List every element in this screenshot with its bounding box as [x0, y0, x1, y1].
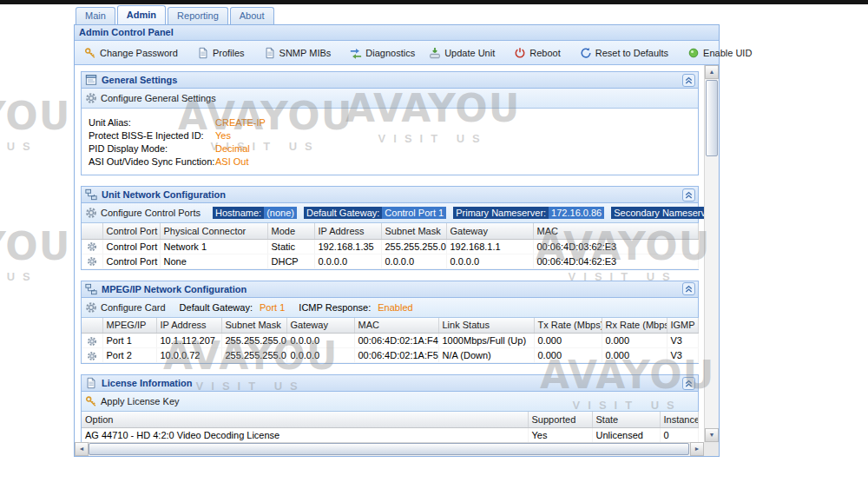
primary-nameserver-value: 172.16.0.86 [549, 207, 604, 219]
cell: 00:06:4D:02:1A:F5 [354, 348, 438, 363]
row-actions-column-header[interactable] [82, 223, 102, 239]
profiles-button[interactable]: Profiles [192, 44, 250, 62]
table-row[interactable]: Control Port 1 Network 1 Static 192.168.… [82, 239, 698, 254]
column-header[interactable]: MPEG/IP [102, 318, 156, 334]
reset-arrow-icon [580, 47, 592, 59]
panel-header-mpeg-network[interactable]: MPEG/IP Network Configuration [82, 281, 698, 298]
scroll-left-icon[interactable]: ◄ [75, 442, 89, 456]
table-row[interactable]: Port 1 10.1.112.207 255.255.255.0 0.0.0.… [82, 334, 698, 348]
update-unit-button[interactable]: Update Unit [424, 44, 500, 62]
configure-general-settings-button[interactable]: Configure General Settings [85, 92, 216, 104]
primary-nameserver-label: Primary Nameserver: [453, 207, 549, 219]
vertical-scrollbar-thumb[interactable] [706, 80, 718, 156]
change-password-button[interactable]: Change Password [79, 44, 183, 62]
column-header[interactable]: Supported [528, 412, 592, 427]
update-unit-label: Update Unit [444, 48, 495, 58]
table-header-row: MPEG/IP IP Address Subnet Mask Gateway M… [82, 318, 698, 334]
apply-license-key-button[interactable]: Apply License Key [85, 395, 180, 407]
table-row[interactable]: Port 2 10.0.0.72 255.255.255.0 0.0.0.0 0… [82, 348, 698, 363]
column-header[interactable]: Physical Connector [160, 223, 267, 239]
control-ports-table: Control Port Physical Connector Mode IP … [82, 223, 699, 269]
table-row[interactable]: Control Port 2 None DHCP 0.0.0.0 0.0.0.0… [82, 254, 698, 268]
column-header[interactable]: IP Address [314, 223, 381, 239]
gear-icon [85, 207, 97, 219]
horizontal-scrollbar-thumb[interactable] [89, 443, 689, 455]
screen: Main Admin Reporting About Admin Control… [0, 0, 868, 489]
column-header[interactable]: Gateway [446, 223, 533, 239]
cell: 0.000 [534, 348, 602, 363]
snmp-mibs-button[interactable]: SNMP MIBs [259, 44, 337, 62]
profiles-label: Profiles [213, 48, 245, 58]
table-row[interactable]: AG 44710 - HD 4:2:0 Video Decoding Licen… [82, 427, 698, 442]
column-header[interactable]: IP Address [156, 318, 221, 334]
diagnostics-button[interactable]: Diagnostics [345, 44, 420, 62]
column-header[interactable]: Subnet Mask [381, 223, 446, 239]
reboot-button[interactable]: Reboot [509, 44, 565, 62]
enable-uid-button[interactable]: Enable UID [682, 44, 757, 62]
field-value: Decimal [215, 142, 250, 155]
panel-license-information: License Information Apply License Key [81, 374, 699, 442]
cell: 10.0.0.72 [156, 348, 221, 363]
column-header[interactable]: MAC [533, 223, 698, 239]
collapse-panel-icon[interactable] [682, 188, 695, 202]
column-header[interactable]: Control Port [102, 223, 160, 239]
column-header[interactable]: IGMP [667, 318, 698, 334]
column-header[interactable]: Subnet Mask [221, 318, 286, 334]
panel-header-unit-network[interactable]: Unit Network Configuration [82, 187, 698, 203]
row-settings-gear-icon[interactable] [87, 241, 97, 252]
column-header[interactable]: Instances [660, 412, 698, 427]
panel-header-license-information[interactable]: License Information [82, 375, 698, 392]
apply-license-key-label: Apply License Key [101, 396, 180, 406]
scroll-up-icon[interactable]: ▲ [705, 65, 719, 79]
column-header[interactable]: Mode [267, 223, 314, 239]
field-row: Protect BISS-E Injected ID: Yes [89, 129, 698, 142]
license-table: Option Supported State Instances AG 4471… [82, 412, 699, 442]
row-settings-gear-icon[interactable] [87, 256, 97, 267]
diagnostics-arrows-icon [350, 47, 362, 59]
license-key-icon [85, 395, 97, 407]
column-header[interactable]: Tx Rate (Mbps) [534, 318, 602, 334]
cell: 0.0.0.0 [446, 254, 533, 268]
column-header[interactable]: Rx Rate (Mbps) [602, 318, 667, 334]
column-header[interactable]: Gateway [286, 318, 354, 334]
column-header[interactable]: Option [82, 412, 528, 427]
tab-about[interactable]: About [230, 7, 274, 24]
collapse-panel-icon[interactable] [682, 282, 695, 295]
cell: 0.000 [602, 348, 667, 363]
default-gateway-label: Default Gateway: [304, 207, 382, 219]
panel-header-general-settings[interactable]: General Settings [82, 72, 698, 89]
scrollbar-corner [704, 442, 719, 456]
admin-app-window: Main Admin Reporting About Admin Control… [74, 4, 720, 457]
column-header[interactable]: MAC [354, 318, 438, 334]
configure-control-ports-button[interactable]: Configure Control Ports [85, 207, 201, 219]
tab-admin[interactable]: Admin [117, 5, 166, 24]
cell: AG 44710 - HD 4:2:0 Video Decoding Licen… [82, 427, 528, 442]
field-label: PID Display Mode: [89, 142, 215, 155]
reset-to-defaults-button[interactable]: Reset to Defaults [575, 44, 674, 62]
column-header[interactable]: Link Status [438, 318, 534, 334]
panel-general-settings: General Settings Configure General Setti… [81, 71, 699, 175]
cell: Static [267, 239, 314, 254]
collapse-panel-icon[interactable] [682, 74, 695, 87]
default-gateway-value: Port 1 [260, 302, 285, 313]
diagnostics-label: Diagnostics [365, 48, 415, 58]
cell: Port 2 [102, 348, 156, 363]
collapse-panel-icon[interactable] [682, 377, 695, 390]
tab-bar: Main Admin Reporting About [74, 4, 720, 24]
row-actions-column-header[interactable] [82, 318, 102, 334]
row-settings-gear-icon[interactable] [87, 351, 97, 361]
configure-control-ports-label: Configure Control Ports [101, 208, 201, 218]
panel-title: Unit Network Configuration [102, 189, 226, 200]
horizontal-scrollbar[interactable]: ◄ ► [75, 442, 719, 456]
scroll-down-icon[interactable]: ▼ [705, 428, 719, 442]
tab-main[interactable]: Main [76, 7, 115, 24]
vertical-scrollbar[interactable]: ▲ ▼ [704, 65, 719, 442]
row-settings-gear-icon[interactable] [87, 336, 97, 347]
scroll-right-icon[interactable]: ► [690, 442, 704, 456]
field-label: Unit Alias: [89, 116, 215, 129]
snmp-mibs-label: SNMP MIBs [279, 48, 332, 58]
column-header[interactable]: State [592, 412, 660, 427]
tab-reporting[interactable]: Reporting [168, 7, 228, 24]
configure-card-button[interactable]: Configure Card [85, 301, 166, 314]
network-summary-selected-text: Hostname: (none) Default Gateway: Contro… [213, 207, 704, 219]
